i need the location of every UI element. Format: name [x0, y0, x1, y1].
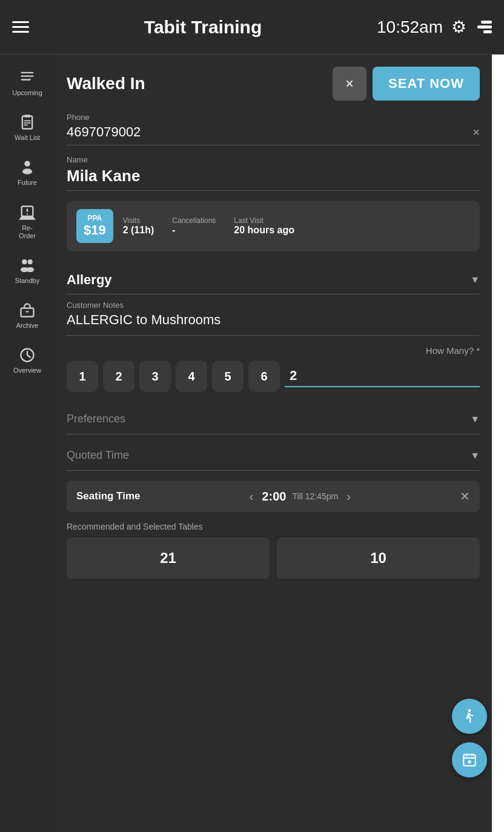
calendar-person-icon [462, 752, 477, 768]
svg-rect-1 [21, 76, 34, 77]
recommended-tables-label: Recommended and Selected Tables [67, 522, 480, 531]
svg-rect-0 [21, 72, 34, 73]
sidebar-label-standby: Standby [15, 277, 39, 285]
briefcase-icon [19, 302, 36, 319]
svg-point-15 [28, 259, 33, 264]
table-21[interactable]: 21 [67, 537, 270, 579]
main-layout: Upcoming Wait List Future [0, 55, 504, 832]
seating-time-value: 2:00 [262, 490, 286, 504]
allergy-label: Allergy [67, 272, 112, 288]
party-size-5[interactable]: 5 [212, 361, 244, 392]
svg-rect-11 [27, 208, 28, 212]
top-header: Tabit Training 10:52am ⚙ [0, 0, 504, 55]
sidebar-item-waitlist[interactable]: Wait List [0, 105, 55, 150]
svg-point-9 [22, 169, 32, 175]
sidebar-label-archive: Archive [16, 322, 39, 330]
svg-rect-6 [24, 122, 31, 124]
party-size-6[interactable]: 6 [248, 361, 280, 392]
phone-value-row: 4697079002 × [67, 124, 480, 145]
app-title: Tabit Training [144, 17, 262, 38]
seating-time-bar: Seating Time ‹ 2:00 Till 12:45pm › ✕ [67, 481, 480, 512]
stats-icon[interactable] [475, 21, 492, 33]
svg-rect-7 [24, 125, 28, 126]
sidebar-label-overview: Overview [13, 367, 41, 374]
quoted-time-label: Quoted Time [67, 449, 129, 462]
people-icon [19, 257, 36, 274]
ppa-stats: Visits 2 (11h) Cancellations - Last Visi… [123, 216, 294, 236]
right-panel [492, 55, 504, 832]
customer-notes-value: ALLERGIC to Mushrooms [67, 312, 480, 336]
seating-time-prev[interactable]: ‹ [247, 490, 256, 504]
sidebar-item-standby[interactable]: Standby [0, 248, 55, 293]
party-size-1[interactable]: 1 [67, 361, 98, 392]
party-size-2[interactable]: 2 [103, 361, 134, 392]
seating-time-label: Seating Time [76, 490, 141, 502]
quoted-time-chevron-icon: ▼ [470, 450, 480, 461]
sidebar-item-reorder[interactable]: Re-Order [0, 196, 55, 248]
seat-now-button[interactable]: SEAT NOW [373, 67, 480, 101]
svg-point-12 [27, 213, 28, 215]
preferences-dropdown[interactable]: Preferences ▼ [67, 404, 480, 434]
settings-icon[interactable]: ⚙ [451, 17, 466, 37]
sidebar-item-archive[interactable]: Archive [0, 293, 55, 338]
phone-clear-icon[interactable]: × [472, 125, 480, 139]
clock-icon [19, 347, 36, 364]
header-action-buttons: × SEAT NOW [333, 67, 480, 101]
seating-time-controls: ‹ 2:00 Till 12:45pm › [148, 490, 453, 504]
sidebar-label-upcoming: Upcoming [12, 89, 42, 97]
walked-in-header: Walked In × SEAT NOW [67, 67, 480, 101]
seating-time-next[interactable]: › [344, 490, 353, 504]
sidebar-label-reorder: Re-Order [19, 224, 36, 240]
svg-point-28 [468, 760, 471, 764]
sidebar: Upcoming Wait List Future [0, 55, 55, 832]
walked-in-title: Walked In [67, 74, 145, 93]
last-visit-value: 20 hours ago [234, 225, 294, 236]
svg-rect-2 [21, 79, 31, 80]
svg-point-8 [24, 161, 30, 167]
upcoming-icon [19, 69, 36, 86]
visits-label: Visits [123, 216, 154, 225]
customer-notes-section: Customer Notes ALLERGIC to Mushrooms [67, 301, 480, 336]
walk-in-fab-button[interactable] [452, 699, 487, 734]
table-10[interactable]: 10 [277, 537, 480, 579]
tables-row: 21 10 [67, 537, 480, 579]
fab-container [452, 699, 487, 777]
party-size-4[interactable]: 4 [176, 361, 207, 392]
current-time: 10:52am [377, 18, 443, 37]
sidebar-item-upcoming[interactable]: Upcoming [0, 61, 55, 105]
seating-time-till: Till 12:45pm [292, 491, 338, 501]
phone-label: Phone [67, 113, 480, 122]
svg-rect-4 [24, 115, 30, 118]
walk-in-icon [461, 708, 478, 725]
hamburger-menu[interactable] [12, 21, 29, 33]
cancellations-label: Cancellations [172, 216, 216, 225]
party-size-3[interactable]: 3 [139, 361, 171, 392]
how-many-input[interactable] [285, 365, 480, 387]
calendar-fab-button[interactable] [452, 742, 487, 777]
svg-point-17 [26, 267, 34, 272]
sidebar-item-future[interactable]: Future [0, 150, 55, 195]
clipboard-icon [19, 114, 36, 131]
how-many-row: 1 2 3 4 5 6 [67, 361, 480, 392]
ppa-stat-visits: Visits 2 (11h) [123, 216, 154, 236]
how-many-label: How Many? * [67, 345, 480, 356]
phone-value: 4697079002 [67, 124, 141, 140]
ppa-amount: $19 [84, 222, 106, 238]
content-area: Walked In × SEAT NOW Phone 4697079002 × … [55, 55, 492, 832]
seating-time-close-icon[interactable]: ✕ [460, 489, 470, 504]
last-visit-label: Last Visit [234, 216, 294, 225]
customer-notes-label: Customer Notes [67, 301, 480, 310]
header-right: 10:52am ⚙ [377, 17, 492, 37]
allergy-dropdown[interactable]: Allergy ▼ [67, 264, 480, 295]
quoted-time-dropdown[interactable]: Quoted Time ▼ [67, 441, 480, 471]
close-button[interactable]: × [333, 67, 366, 101]
ppa-stat-last-visit: Last Visit 20 hours ago [234, 216, 294, 236]
visits-value: 2 (11h) [123, 225, 154, 236]
ppa-card: PPA $19 Visits 2 (11h) Cancellations - L… [67, 201, 480, 251]
svg-marker-13 [19, 216, 36, 219]
sidebar-item-overview[interactable]: Overview [0, 338, 55, 383]
svg-rect-5 [24, 121, 31, 122]
cancellations-value: - [172, 225, 216, 236]
phone-field-section: Phone 4697079002 × [67, 113, 480, 145]
preferences-label: Preferences [67, 413, 125, 425]
